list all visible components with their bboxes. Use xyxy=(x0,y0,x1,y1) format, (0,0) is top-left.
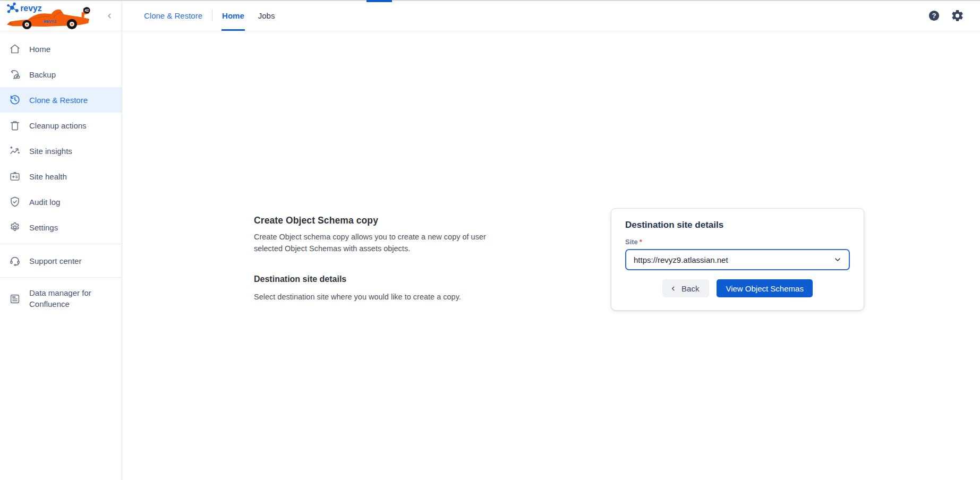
insights-icon xyxy=(8,144,21,157)
intro-section: Create Object Schema copy Create Object … xyxy=(254,215,497,303)
back-button-label: Back xyxy=(681,284,699,293)
card-title: Destination site details xyxy=(625,220,850,230)
view-object-schemas-button[interactable]: View Object Schemas xyxy=(717,279,812,297)
help-icon: ? xyxy=(927,9,941,22)
sidebar-item-cleanup-actions[interactable]: Cleanup actions xyxy=(0,113,122,138)
topbar: Clone & Restore Home Jobs ? xyxy=(123,0,980,31)
gear-icon xyxy=(951,9,964,22)
sidebar-item-label: Site health xyxy=(29,172,67,181)
topbar-icons: ? xyxy=(927,0,964,31)
settings-gear-icon xyxy=(8,221,21,234)
sidebar-item-support-center[interactable]: Support center xyxy=(0,248,122,273)
document-icon xyxy=(8,293,21,305)
site-select-value: https://revyz9.atlassian.net xyxy=(634,255,728,264)
sidebar: revyz 42 REVYZ Home xyxy=(0,0,122,480)
card-button-row: Back View Object Schemas xyxy=(625,279,850,297)
destination-site-card: Destination site details Site* https://r… xyxy=(611,208,864,311)
sidebar-item-site-health[interactable]: Site health xyxy=(0,164,122,189)
main-content: Create Object Schema copy Create Object … xyxy=(123,32,980,480)
chevron-down-icon xyxy=(833,255,842,264)
sidebar-item-clone-restore[interactable]: Clone & Restore xyxy=(0,87,122,113)
sidebar-item-audit-log[interactable]: Audit log xyxy=(0,189,122,215)
sidebar-nav: Home Backup Clone & Restore Cleanup acti… xyxy=(0,31,122,316)
site-label-text: Site xyxy=(625,238,638,246)
site-field-label: Site* xyxy=(625,238,850,246)
sidebar-item-backup[interactable]: Backup xyxy=(0,62,122,87)
revyz-logo: revyz 42 REVYZ xyxy=(6,2,93,30)
headset-icon xyxy=(8,254,21,267)
sidebar-item-label: Cleanup actions xyxy=(29,121,87,130)
tab-jobs[interactable]: Jobs xyxy=(258,0,276,31)
view-object-schemas-label: View Object Schemas xyxy=(726,284,803,293)
trash-icon xyxy=(8,119,21,132)
section-title: Destination site details xyxy=(254,275,497,284)
sidebar-item-site-insights[interactable]: Site insights xyxy=(0,138,122,164)
page-description: Create Object schema copy allows you to … xyxy=(254,232,497,255)
sidebar-divider xyxy=(0,244,122,244)
clone-restore-icon xyxy=(8,93,21,106)
sidebar-item-label: Settings xyxy=(29,223,58,232)
car-side-text: REVYZ xyxy=(44,19,57,24)
sidebar-divider xyxy=(0,277,122,278)
sidebar-item-label: Data manager for Confluence xyxy=(29,288,109,310)
car-number-text: 42 xyxy=(85,8,89,12)
chevron-left-icon xyxy=(670,285,677,292)
logo-row: revyz 42 REVYZ xyxy=(0,0,122,31)
tab-label: Jobs xyxy=(258,11,275,20)
required-asterisk: * xyxy=(640,238,642,246)
home-icon xyxy=(8,42,21,55)
brand-name-text: revyz xyxy=(20,4,42,13)
chevron-left-icon xyxy=(105,11,114,21)
sidebar-item-label: Support center xyxy=(29,256,81,265)
settings-button[interactable] xyxy=(951,9,964,22)
sidebar-item-label: Site insights xyxy=(29,147,72,156)
back-button[interactable]: Back xyxy=(662,279,709,297)
race-car-graphic: 42 REVYZ xyxy=(7,7,90,29)
section-description: Select destination site where you would … xyxy=(254,292,497,303)
audit-shield-icon xyxy=(8,195,21,208)
svg-text:?: ? xyxy=(932,11,936,19)
sidebar-item-settings[interactable]: Settings xyxy=(0,215,122,240)
tab-home[interactable]: Home xyxy=(221,0,245,31)
sidebar-collapse-button[interactable] xyxy=(103,9,116,23)
page-top-progress-track xyxy=(0,0,980,1)
page-top-progress-indicator xyxy=(367,0,392,2)
site-select[interactable]: https://revyz9.atlassian.net xyxy=(625,249,850,270)
sidebar-item-label: Clone & Restore xyxy=(29,96,88,105)
sidebar-item-label: Home xyxy=(29,45,50,54)
sidebar-item-label: Audit log xyxy=(29,198,60,207)
health-icon xyxy=(8,170,21,183)
tab-label: Home xyxy=(222,11,244,20)
sidebar-item-home[interactable]: Home xyxy=(0,36,122,62)
page-title: Create Object Schema copy xyxy=(254,215,497,226)
breadcrumb[interactable]: Clone & Restore xyxy=(144,11,202,20)
backup-icon xyxy=(8,68,21,81)
sidebar-item-label: Backup xyxy=(29,70,56,79)
tabs: Home Jobs xyxy=(221,0,275,31)
sidebar-item-data-manager-confluence[interactable]: Data manager for Confluence xyxy=(0,281,122,316)
help-button[interactable]: ? xyxy=(927,9,941,22)
topbar-separator xyxy=(212,10,212,21)
